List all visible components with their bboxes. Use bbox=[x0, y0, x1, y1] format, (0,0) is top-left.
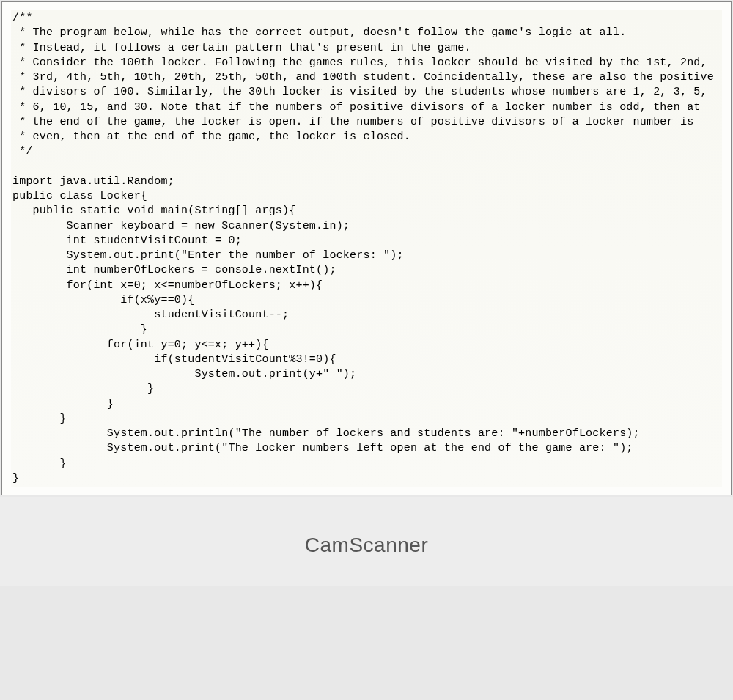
camscanner-watermark: CamScanner bbox=[305, 534, 428, 556]
code-content: /** * The program below, while has the c… bbox=[11, 10, 722, 487]
footer-area: CamScanner bbox=[0, 497, 733, 586]
document-page: /** * The program below, while has the c… bbox=[1, 1, 732, 495]
